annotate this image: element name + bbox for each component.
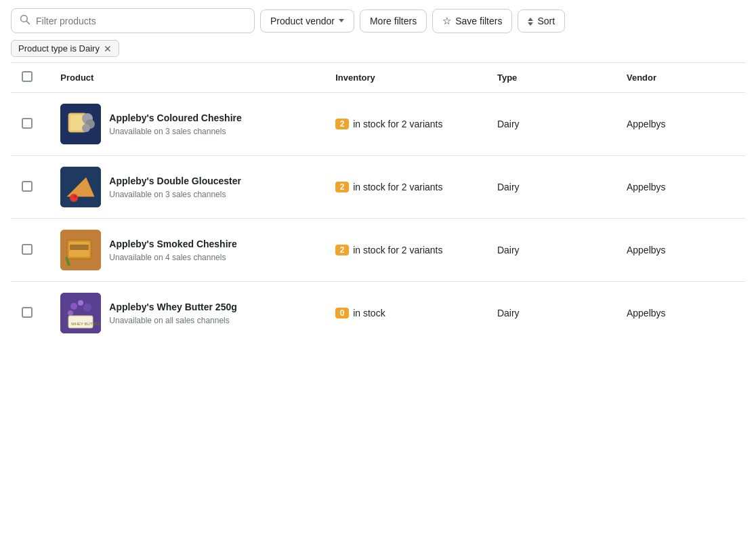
product-type: Dairy — [497, 245, 520, 255]
toolbar: Product vendor More filters ☆ Save filte… — [11, 8, 745, 33]
svg-point-21 — [83, 304, 91, 312]
stock-badge: 2 — [335, 182, 349, 192]
product-vendor: Appelbys — [627, 308, 666, 318]
row-checkbox[interactable] — [22, 181, 33, 192]
row-checkbox[interactable] — [22, 244, 33, 255]
stock-text: in stock — [353, 308, 385, 318]
product-image[interactable] — [60, 167, 101, 207]
type-cell: Dairy — [486, 282, 616, 345]
vendor-cell: Appelbys — [616, 282, 745, 345]
header-vendor: Vendor — [616, 63, 745, 93]
header-type: Type — [486, 63, 616, 93]
svg-rect-16 — [70, 245, 89, 250]
product-cell: WHEY BUTTER Appleby's Whey Butter 250g U… — [49, 282, 324, 345]
search-input[interactable] — [36, 16, 246, 26]
row-checkbox-cell — [11, 219, 49, 282]
stock-text: in stock for 2 variants — [353, 182, 442, 192]
stock-badge: 2 — [335, 119, 349, 129]
inventory-cell: 2 in stock for 2 variants — [324, 93, 486, 156]
star-icon: ☆ — [442, 15, 451, 27]
product-image[interactable] — [60, 104, 101, 144]
product-type: Dairy — [497, 182, 520, 192]
product-name[interactable]: Appleby's Double Gloucester — [109, 175, 241, 188]
header-checkbox-cell — [11, 63, 49, 93]
svg-point-0 — [21, 16, 28, 22]
inventory-cell: 0 in stock — [324, 282, 486, 345]
inventory-cell: 2 in stock for 2 variants — [324, 156, 486, 219]
search-icon — [20, 14, 30, 27]
filter-tags: Product type is Dairy ✕ — [11, 40, 745, 57]
product-vendor: Appelbys — [627, 119, 666, 129]
header-product: Product — [49, 63, 324, 93]
product-image[interactable] — [60, 230, 101, 270]
sort-button[interactable]: Sort — [518, 9, 565, 33]
svg-point-11 — [70, 194, 78, 202]
dairy-filter-tag: Product type is Dairy ✕ — [11, 40, 119, 57]
table-row: Appleby's Smoked Cheshire Unavailable on… — [11, 219, 745, 282]
type-cell: Dairy — [486, 93, 616, 156]
row-checkbox-cell — [11, 282, 49, 345]
vendor-cell: Appelbys — [616, 156, 745, 219]
product-name[interactable]: Appleby's Whey Butter 250g — [109, 301, 236, 314]
table-row: Appleby's Coloured Cheshire Unavailable … — [11, 93, 745, 156]
stock-badge: 0 — [335, 308, 349, 318]
row-checkbox[interactable] — [22, 118, 33, 129]
type-cell: Dairy — [486, 219, 616, 282]
product-table: Product Inventory Type Vendor — [11, 62, 745, 344]
svg-point-12 — [74, 195, 77, 198]
svg-point-19 — [70, 303, 77, 310]
stock-text: in stock for 2 variants — [353, 245, 442, 255]
product-name[interactable]: Appleby's Smoked Cheshire — [109, 238, 237, 251]
table-row: WHEY BUTTER Appleby's Whey Butter 250g U… — [11, 282, 745, 345]
inventory-cell: 2 in stock for 2 variants — [324, 219, 486, 282]
product-info: Appleby's Double Gloucester Unavailable … — [109, 175, 241, 199]
search-box[interactable] — [11, 8, 255, 33]
product-type: Dairy — [497, 119, 520, 129]
svg-rect-4 — [70, 115, 84, 130]
svg-point-20 — [78, 300, 83, 306]
product-info: Appleby's Smoked Cheshire Unavailable on… — [109, 238, 237, 262]
product-cell: Appleby's Smoked Cheshire Unavailable on… — [49, 219, 324, 282]
product-subtitle: Unavailable on all sales channels — [109, 316, 236, 325]
row-checkbox-cell — [11, 156, 49, 219]
page-wrapper: Product vendor More filters ☆ Save filte… — [0, 0, 756, 557]
product-subtitle: Unavailable on 4 sales channels — [109, 253, 237, 262]
product-vendor: Appelbys — [627, 182, 666, 192]
vendor-cell: Appelbys — [616, 219, 745, 282]
product-info: Appleby's Whey Butter 250g Unavailable o… — [109, 301, 236, 325]
more-filters-button[interactable]: More filters — [360, 9, 427, 33]
product-info: Appleby's Coloured Cheshire Unavailable … — [109, 112, 241, 136]
save-filters-button[interactable]: ☆ Save filters — [432, 9, 512, 33]
product-subtitle: Unavailable on 3 sales channels — [109, 190, 241, 199]
table-row: Appleby's Double Gloucester Unavailable … — [11, 156, 745, 219]
product-subtitle: Unavailable on 3 sales channels — [109, 127, 241, 136]
row-checkbox-cell — [11, 93, 49, 156]
stock-badge: 2 — [335, 245, 349, 255]
filter-tag-close-button[interactable]: ✕ — [104, 44, 112, 54]
header-inventory: Inventory — [324, 63, 486, 93]
product-name[interactable]: Appleby's Coloured Cheshire — [109, 112, 241, 125]
filter-tag-label: Product type is Dairy — [18, 43, 100, 54]
svg-point-7 — [82, 124, 90, 132]
type-cell: Dairy — [486, 156, 616, 219]
sort-icon — [528, 16, 533, 26]
vendor-cell: Appelbys — [616, 93, 745, 156]
table-header-row: Product Inventory Type Vendor — [11, 63, 745, 93]
chevron-down-icon — [339, 19, 344, 22]
svg-point-22 — [68, 310, 73, 316]
row-checkbox[interactable] — [22, 307, 33, 318]
product-type: Dairy — [497, 308, 520, 318]
product-cell: Appleby's Coloured Cheshire Unavailable … — [49, 93, 324, 156]
svg-line-1 — [26, 21, 29, 24]
select-all-checkbox[interactable] — [22, 71, 33, 82]
product-cell: Appleby's Double Gloucester Unavailable … — [49, 156, 324, 219]
svg-text:WHEY BUTTER: WHEY BUTTER — [71, 322, 101, 326]
stock-text: in stock for 2 variants — [353, 119, 442, 129]
product-vendor: Appelbys — [627, 245, 666, 255]
product-vendor-button[interactable]: Product vendor — [260, 9, 354, 33]
product-image[interactable]: WHEY BUTTER — [60, 293, 101, 333]
